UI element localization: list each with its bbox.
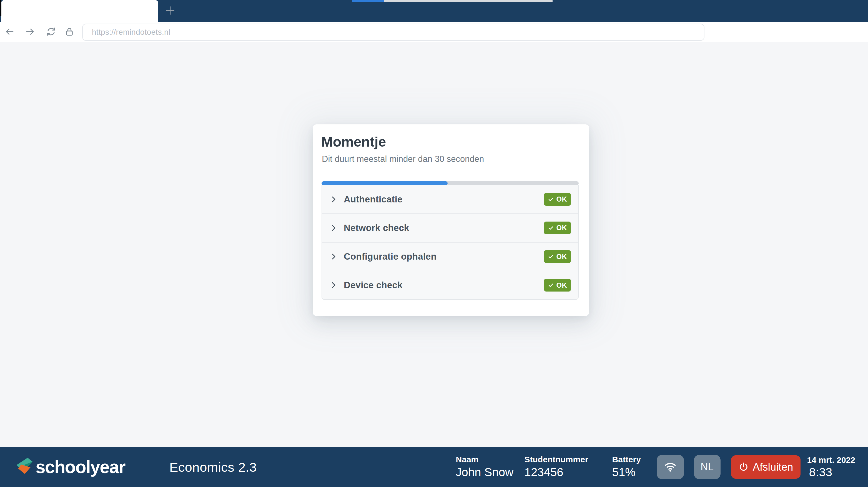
url-text: https://remindotoets.nl bbox=[92, 28, 170, 37]
check-label: Device check bbox=[344, 280, 403, 291]
exam-browser-screen: https://remindotoets.nl Momentje Dit duu… bbox=[0, 0, 868, 487]
field-value: 51% bbox=[612, 465, 643, 479]
check-icon bbox=[548, 253, 554, 260]
status-badge: OK bbox=[544, 221, 571, 234]
check-row-device-check[interactable]: Device check OK bbox=[322, 271, 578, 299]
time-text: 8:33 bbox=[807, 465, 855, 479]
wifi-icon bbox=[663, 459, 677, 475]
page-loading-bar bbox=[352, 0, 553, 2]
check-label: Network check bbox=[344, 223, 409, 233]
field-battery: Battery 51% bbox=[612, 455, 643, 479]
page-loading-bar-fill bbox=[352, 0, 384, 2]
tab-strip bbox=[0, 0, 868, 22]
startup-checks-card: Momentje Dit duurt meestal minder dan 30… bbox=[313, 124, 589, 316]
check-icon bbox=[548, 196, 554, 203]
power-icon bbox=[738, 462, 749, 472]
brand-wordmark: schoolyear bbox=[35, 457, 152, 477]
check-label: Configuratie ophalen bbox=[344, 251, 436, 262]
check-label: Authenticatie bbox=[344, 194, 403, 205]
field-value: 123456 bbox=[525, 465, 594, 479]
quit-button[interactable]: Afsluiten bbox=[731, 455, 801, 479]
check-icon bbox=[548, 225, 554, 231]
status-badge-text: OK bbox=[556, 253, 567, 261]
url-address-bar[interactable]: https://remindotoets.nl bbox=[82, 24, 705, 41]
check-row-network-check[interactable]: Network check OK bbox=[322, 213, 578, 242]
browser-navbar: https://remindotoets.nl bbox=[0, 22, 868, 42]
field-label: Battery bbox=[612, 455, 643, 464]
field-value: John Snow bbox=[456, 465, 510, 479]
check-row-authenticatie[interactable]: Authenticatie OK bbox=[322, 185, 578, 213]
schoolyear-logo-icon bbox=[15, 456, 33, 478]
quit-button-label: Afsluiten bbox=[753, 461, 793, 473]
card-title: Momentje bbox=[321, 134, 386, 150]
status-badge-text: OK bbox=[556, 281, 567, 289]
status-badge-text: OK bbox=[556, 195, 567, 203]
status-badge: OK bbox=[544, 250, 571, 263]
status-badge: OK bbox=[544, 193, 571, 206]
back-button[interactable] bbox=[4, 27, 15, 38]
screen-edge-artifact bbox=[0, 0, 1, 16]
forward-button[interactable] bbox=[25, 27, 35, 38]
reload-sync-icon bbox=[46, 26, 56, 38]
field-naam: Naam John Snow bbox=[456, 455, 510, 479]
status-badge: OK bbox=[544, 279, 571, 292]
chevron-right-icon bbox=[329, 224, 338, 232]
checks-progress-bar bbox=[321, 181, 579, 185]
field-label: Studentnummer bbox=[525, 455, 594, 464]
new-tab-button[interactable] bbox=[164, 5, 176, 17]
wifi-status-button[interactable] bbox=[657, 455, 684, 479]
check-row-configuratie-ophalen[interactable]: Configuratie ophalen OK bbox=[322, 242, 578, 271]
date-text: 14 mrt. 2022 bbox=[807, 455, 855, 465]
back-arrow-icon bbox=[4, 26, 15, 38]
check-icon bbox=[548, 282, 554, 288]
language-toggle-button[interactable]: NL bbox=[694, 455, 720, 479]
active-tab[interactable] bbox=[1, 0, 158, 22]
chevron-right-icon bbox=[329, 281, 338, 289]
checks-panel: Authenticatie OK Network check OK bbox=[321, 185, 579, 300]
field-label: Naam bbox=[456, 455, 510, 464]
chevron-right-icon bbox=[329, 252, 338, 261]
forward-arrow-icon bbox=[25, 26, 35, 38]
exam-title: Economics 2.3 bbox=[169, 459, 257, 475]
datetime-block: 14 mrt. 2022 8:33 bbox=[807, 455, 855, 479]
exam-footer-bar: schoolyear Economics 2.3 Naam John Snow … bbox=[0, 447, 868, 487]
language-label: NL bbox=[701, 461, 714, 473]
checks-progress-fill bbox=[321, 181, 447, 185]
reload-button[interactable] bbox=[45, 27, 57, 38]
site-security-button[interactable] bbox=[64, 27, 75, 38]
padlock-icon bbox=[64, 26, 75, 38]
chevron-right-icon bbox=[329, 195, 338, 204]
field-studentnummer: Studentnummer 123456 bbox=[525, 455, 594, 479]
plus-icon bbox=[164, 4, 176, 18]
card-subtitle: Dit duurt meestal minder dan 30 seconden bbox=[322, 154, 484, 164]
status-badge-text: OK bbox=[556, 224, 567, 232]
